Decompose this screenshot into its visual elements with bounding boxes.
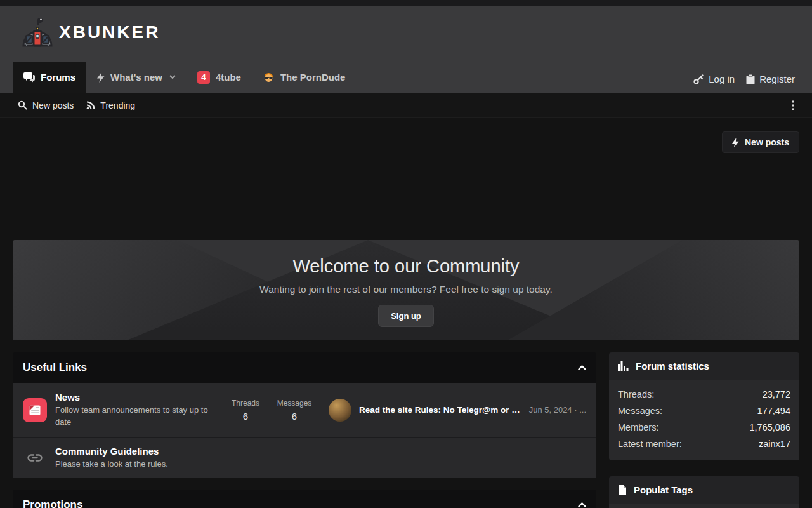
stat-value: 23,772 (763, 389, 790, 399)
main-tabs: Forums What's new 4 4tube (13, 62, 356, 93)
stat-row: Members: 1,765,086 (618, 419, 790, 436)
messages-value: 6 (272, 411, 317, 422)
stat-value: 1,765,086 (749, 422, 790, 432)
sign-up-button[interactable]: Sign up (378, 305, 434, 327)
tab-whats-new[interactable]: What's new (86, 62, 187, 93)
tab-label: Forums (41, 72, 75, 83)
tab-forums[interactable]: Forums (13, 62, 86, 93)
key-icon (693, 74, 704, 84)
new-posts-button-label: New posts (745, 137, 789, 147)
tab-label: The PornDude (280, 72, 346, 83)
clipboard-icon (746, 74, 755, 84)
stat-label: Members: (618, 422, 658, 432)
banner-title: Welcome to our Community (13, 256, 799, 277)
stat-value: 177,494 (757, 406, 790, 416)
node-stats: Threads 6 Messages 6 (223, 394, 317, 427)
stat-divider (270, 394, 270, 427)
promotions-header[interactable]: Promotions (13, 490, 596, 508)
auth-links: Log in Register (693, 74, 795, 84)
promotions-title: Promotions (23, 498, 82, 508)
register-label: Register (759, 74, 795, 84)
stat-row: Latest member: zainx17 (618, 436, 790, 452)
chevron-up-icon[interactable] (578, 502, 586, 507)
register-link[interactable]: Register (746, 74, 795, 84)
porndude-icon (263, 72, 275, 83)
tab-label: What's new (110, 72, 162, 83)
stat-label: Messages: (618, 406, 662, 416)
welcome-banner: Welcome to our Community Wanting to join… (13, 240, 799, 340)
latest-thread-title[interactable]: Read the site Rules: No Telegr@m or Disc… (359, 405, 526, 415)
forum-statistics-panel: Forum statistics Threads: 23,772 Message… (609, 352, 799, 460)
stat-row: Threads: 23,772 (618, 386, 790, 403)
new-posts-button[interactable]: New posts (722, 131, 799, 153)
ellipsis-menu-icon[interactable] (792, 100, 794, 110)
banner-subtitle: Wanting to join the rest of our members?… (13, 284, 799, 295)
avatar[interactable] (329, 399, 351, 422)
subnav-trending[interactable]: Trending (86, 100, 135, 110)
tab-label: 4tube (216, 72, 241, 83)
popular-tags-panel: Populat Tags (609, 476, 799, 508)
popular-tags-body (609, 504, 799, 508)
bunker-logo-icon (21, 17, 54, 48)
chevron-down-icon (169, 75, 176, 79)
brand-title: XBUNKER (59, 22, 160, 43)
threads-value: 6 (223, 411, 268, 422)
chevron-up-icon[interactable] (578, 365, 586, 370)
tab-4tube[interactable]: 4 4tube (187, 62, 252, 93)
document-icon (618, 485, 627, 495)
subnav-new-posts[interactable]: New posts (18, 100, 74, 110)
popular-tags-title: Populat Tags (634, 485, 693, 495)
search-icon (18, 100, 27, 110)
stat-row: Messages: 177,494 (618, 403, 790, 419)
stat-label: Latest member: (618, 439, 682, 449)
tab-porndude[interactable]: The PornDude (252, 62, 357, 93)
latest-thread: Read the site Rules: No Telegr@m or Disc… (329, 399, 586, 422)
login-link[interactable]: Log in (693, 74, 735, 84)
bar-chart-icon (618, 361, 629, 371)
lightning-icon (732, 138, 739, 147)
popular-tags-header: Populat Tags (609, 476, 799, 504)
useful-links-title: Useful Links (23, 361, 87, 374)
forum-statistics-header: Forum statistics (609, 352, 799, 380)
top-strip (0, 0, 812, 6)
forum-node-guidelines[interactable]: Community Guidelines Please take a look … (13, 437, 596, 478)
node-description: Please take a look at the rules. (55, 458, 168, 471)
subnav-label: New posts (32, 100, 74, 110)
threads-label: Threads (223, 399, 268, 408)
node-title[interactable]: News (55, 392, 215, 403)
node-description: Follow team announcements to stay up to … (55, 404, 215, 429)
forums-icon (23, 72, 35, 83)
subnav-label: Trending (100, 100, 135, 110)
page-content: New posts Welcome to our Community Wanti… (0, 131, 812, 508)
stat-label: Threads: (618, 389, 654, 399)
site-header: XBUNKER Forums What's new (0, 6, 812, 93)
useful-links-body: News Follow team announcements to stay u… (13, 383, 596, 478)
messages-label: Messages (272, 399, 317, 408)
latest-thread-meta: Jun 5, 2024 · ... (529, 405, 586, 415)
forum-node-news[interactable]: News Follow team announcements to stay u… (13, 383, 596, 437)
forum-statistics-body: Threads: 23,772 Messages: 177,494 Member… (609, 380, 799, 460)
link-icon (23, 451, 47, 465)
news-icon (23, 398, 47, 422)
rss-icon (86, 101, 95, 110)
forum-statistics-title: Forum statistics (636, 361, 709, 371)
lightning-icon (97, 72, 105, 83)
useful-links-header[interactable]: Useful Links (13, 352, 596, 383)
node-title[interactable]: Community Guidelines (55, 446, 168, 457)
sub-navigation: New posts Trending (0, 93, 812, 118)
stat-value[interactable]: zainx17 (759, 439, 790, 449)
brand[interactable]: XBUNKER (21, 17, 160, 48)
login-label: Log in (709, 74, 735, 84)
4tube-icon: 4 (197, 71, 210, 84)
